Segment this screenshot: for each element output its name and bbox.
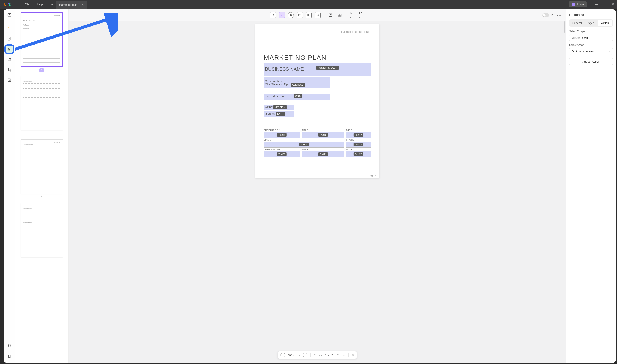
date-field-tool[interactable] [337,12,343,18]
text-field-tool[interactable]: T! [270,12,276,18]
field-tag: WEB [294,94,302,98]
login-label: Login [577,3,584,6]
tab-style[interactable]: Style [584,20,598,26]
minimize-button[interactable]: — [592,2,601,6]
dropdown-tool[interactable] [297,12,303,18]
thumbnail-number: 2 [20,132,63,135]
maximize-button[interactable]: ❐ [601,2,609,6]
thumbnail-number: 3 [20,195,63,199]
select-trigger[interactable]: Mouse Down [569,34,613,41]
checkbox-tool[interactable] [279,12,285,18]
organize-pages-icon[interactable] [6,56,13,63]
prev-page-icon[interactable]: ︿ [319,353,322,357]
svg-rect-12 [340,14,341,15]
button-tool[interactable]: OK [315,12,321,18]
field-text20[interactable]: Text20 [264,151,300,157]
svg-rect-3 [8,48,9,49]
redact-tool-icon[interactable] [6,77,13,84]
field-text19[interactable]: Text19 [346,142,371,147]
select-action[interactable]: Go to a page view [569,48,613,55]
comment-tool-icon[interactable] [6,25,13,32]
zoom-level[interactable]: 94% [288,353,300,357]
document-tab[interactable]: marketing-plan ✕ [56,1,87,9]
field-address[interactable]: Street Address City, State and Zip ADDRE… [264,77,330,88]
menu-help[interactable]: Help [33,3,47,6]
separator [591,2,591,6]
field-version[interactable]: VERSIO VERSION [264,105,294,110]
field-web[interactable]: webaddress.com WEB [264,93,330,100]
thumbnail-page-1[interactable]: CONFIDENTIAL MARKETING PLAN BUSINESS NAM… [20,13,63,72]
zoom-out-button[interactable]: − [281,353,285,357]
page-control-bar: − 94% + ⤒ ︿ 1 / 21 ﹀ ⤓ ✕ [278,351,357,359]
field-tag: VERSION [273,105,287,109]
preview-label: Preview [551,13,561,17]
page-caption: Page 1 [368,174,376,177]
col-header: TITLE [302,129,345,132]
col-header: TITLE [302,148,345,151]
form-tool-icon[interactable] [6,46,13,53]
form-settings-tool[interactable]: 🛠 ▾ [359,12,365,18]
tab-dropdown[interactable]: ▾ [49,1,56,9]
col-header: PREPARED BY [264,129,300,132]
field-text18[interactable]: Text18 [264,142,345,147]
preview-toggle[interactable]: Preview [542,13,561,17]
menu-file[interactable]: File [21,3,33,6]
thumbnail-number: 1 [40,68,44,72]
edit-tool-icon[interactable] [6,35,13,43]
svg-rect-8 [308,14,308,16]
avatar-icon [572,2,575,6]
login-button[interactable]: Login [569,1,587,7]
svg-rect-9 [309,14,310,16]
tab-title: marketing-plan [59,3,78,6]
thumbnail-page-4[interactable]: CONFIDENTIAL 2. MISSION STATEMENT 3. VIS… [20,203,63,257]
svg-rect-13 [338,15,340,16]
svg-rect-14 [340,15,341,16]
label-select-action: Select Action [569,43,613,46]
image-field-tool[interactable] [328,12,334,18]
tab-action[interactable]: Action [598,20,612,26]
col-header: PHONE [346,139,371,142]
field-business-name[interactable]: BUSINESS NAME BUSINESS NAME [264,63,371,76]
new-tab-button[interactable]: ＋ [87,0,95,9]
close-tab-icon[interactable]: ✕ [81,3,84,6]
crop-tool-icon[interactable] [6,66,13,73]
canvas-area: T! OK ⊫ ▾ 🛠 ▾ [68,9,566,363]
properties-title: Properties [569,13,613,16]
col-header: APPROVED BY [264,148,300,151]
close-bar-icon[interactable]: ✕ [351,353,354,357]
list-box-tool[interactable] [306,12,312,18]
radio-button-tool[interactable] [288,12,294,18]
last-page-icon[interactable]: ⤓ [343,353,345,357]
reader-mode-icon[interactable] [6,12,13,19]
svg-rect-1 [8,37,10,40]
bookmark-icon[interactable] [6,353,13,360]
form-field-toolbar: T! OK ⊫ ▾ 🛠 ▾ [68,9,566,21]
close-window-button[interactable]: ✕ [609,2,617,6]
page-indicator[interactable]: 1 / 21 [325,353,334,357]
separator [19,2,19,6]
page-title: MARKETING PLAN [264,54,371,61]
first-page-icon[interactable]: ⤒ [314,353,316,357]
left-tool-rail [4,9,15,363]
zoom-in-button[interactable]: + [303,353,308,357]
field-text22[interactable]: Text22 [346,151,371,157]
field-text15[interactable]: Text15 [264,132,300,138]
svg-rect-5 [9,58,11,61]
field-text17[interactable]: Text17 [346,132,371,138]
layers-icon[interactable] [6,342,13,350]
align-tool[interactable]: ⊫ ▾ [350,12,356,18]
toggle-switch[interactable] [542,13,549,17]
field-text16[interactable]: Text16 [302,132,345,138]
col-header: DATE [346,129,371,132]
thumbnail-page-3[interactable]: CONFIDENTIAL 1. EXECUTIVE SUMMARY 3 [20,139,63,199]
field-text21[interactable]: Text21 [302,151,345,157]
field-date[interactable]: 00/00/0 DATE [264,111,294,117]
thumbnail-page-2[interactable]: CONFIDENTIAL TABLE OF CONTENTS [20,76,63,135]
svg-rect-11 [338,14,340,15]
chevron-down-icon[interactable]: ⌄ [561,3,569,6]
tab-general[interactable]: General [570,20,584,26]
next-page-icon[interactable]: ﹀ [337,353,340,357]
col-header: DATE [346,148,371,151]
add-action-button[interactable]: Add an Action [569,58,613,65]
app-logo: UPDF [0,2,17,7]
